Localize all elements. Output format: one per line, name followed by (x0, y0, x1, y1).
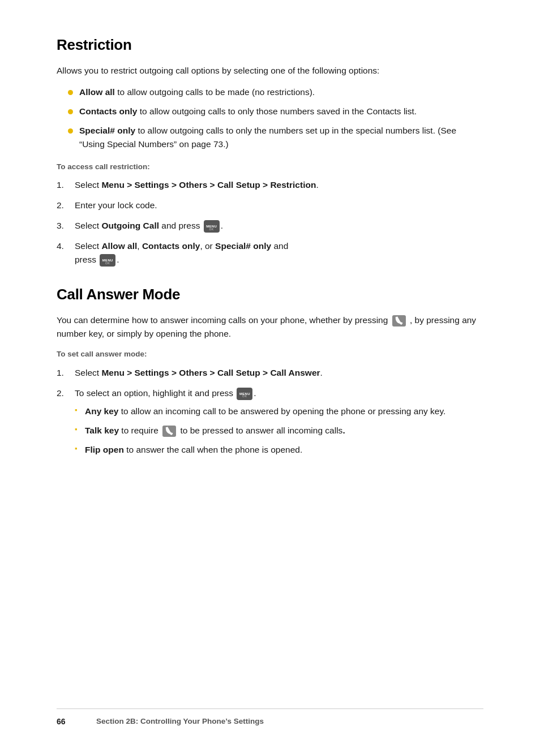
step-4-text: Select Allow all, Contacts only, or Spec… (75, 241, 288, 264)
bullet-allow-all-bold: Allow all (79, 87, 115, 97)
call-icon-intro (392, 315, 406, 327)
menu-ok-icon-step4 (100, 254, 115, 267)
sub-bullet-talk-key-bold: Talk key (85, 426, 119, 435)
ca-step-1-text: Select Menu > Settings > Others > Call S… (75, 368, 323, 377)
step-3-text: Select Outgoing Call and press . (75, 221, 223, 230)
restriction-step-2: 2. Enter your lock code. (57, 199, 483, 212)
ca-step-2-text: To select an option, highlight it and pr… (75, 388, 256, 398)
step-num-4: 4. (57, 239, 64, 253)
bullet-special-only-bold: Special# only (79, 126, 135, 135)
bullet-contacts-only-rest: to allow outgoing calls to only those nu… (140, 106, 417, 116)
restriction-steps: 1. Select Menu > Settings > Others > Cal… (57, 178, 483, 267)
sub-bullet-any-key-bold: Any key (85, 406, 118, 416)
restriction-access-label: To access call restriction: (57, 161, 483, 173)
ca-step-num-2: 2. (57, 386, 64, 400)
call-answer-mode-section: Call Answer Mode You can determine how t… (57, 284, 483, 456)
restriction-title: Restriction (57, 34, 483, 56)
footer-section-text: Section 2B: Controlling Your Phone’s Set… (96, 716, 264, 727)
bullet-allow-all: Allow all to allow outgoing calls to be … (68, 85, 483, 99)
call-answer-steps: 1. Select Menu > Settings > Others > Cal… (57, 366, 483, 457)
call-answer-step-1: 1. Select Menu > Settings > Others > Cal… (57, 366, 483, 380)
bullet-contacts-only: Contacts only to allow outgoing calls to… (68, 105, 483, 118)
restriction-step-1: 1. Select Menu > Settings > Others > Cal… (57, 178, 483, 192)
sub-bullet-flip-open-bold: Flip open (85, 445, 124, 454)
sub-bullet-talk-key: Talk key to require to be pressed to ans… (75, 424, 483, 437)
call-answer-access-label: To set call answer mode: (57, 349, 483, 360)
footer-page-number: 66 (57, 716, 74, 728)
call-icon-talk-key (162, 425, 177, 437)
sub-bullet-talk-key-text2: to be pressed to answer all incoming cal… (180, 426, 345, 435)
restriction-step-4: 4. Select Allow all, Contacts only, or S… (57, 239, 483, 267)
step-num-3: 3. (57, 219, 64, 233)
step-num-2: 2. (57, 199, 64, 212)
call-answer-mode-intro: You can determine how to answer incoming… (57, 313, 483, 341)
page: Restriction Allows you to restrict outgo… (0, 0, 540, 756)
restriction-intro: Allows you to restrict outgoing call opt… (57, 64, 483, 78)
sub-bullet-flip-open: Flip open to answer the call when the ph… (75, 443, 483, 457)
restriction-section: Restriction Allows you to restrict outgo… (57, 34, 483, 267)
call-answer-mode-title: Call Answer Mode (57, 284, 483, 306)
sub-bullet-talk-key-text1: to require (121, 426, 161, 435)
bullet-special-only-rest: to allow outgoing calls to only the numb… (79, 126, 456, 149)
step-num-1: 1. (57, 178, 64, 192)
step-1-text: Select Menu > Settings > Others > Call S… (75, 180, 319, 190)
sub-bullet-any-key: Any key to allow an incoming call to be … (75, 405, 483, 418)
restriction-step-3: 3. Select Outgoing Call and press . (57, 219, 483, 233)
ca-step-num-1: 1. (57, 366, 64, 380)
restriction-bullet-list: Allow all to allow outgoing calls to be … (68, 85, 483, 151)
menu-ok-icon-ca (237, 388, 252, 400)
call-answer-step-2: 2. To select an option, highlight it and… (57, 386, 483, 457)
footer: 66 Section 2B: Controlling Your Phone’s … (57, 708, 483, 728)
bullet-special-only: Special# only to allow outgoing calls to… (68, 124, 483, 151)
step-2-text: Enter your lock code. (75, 200, 157, 210)
sub-bullet-flip-open-rest: to answer the call when the phone is ope… (126, 445, 302, 454)
bullet-contacts-only-bold: Contacts only (79, 106, 137, 116)
bullet-allow-all-rest: to allow outgoing calls to be made (no r… (117, 87, 315, 97)
menu-ok-icon-step3 (204, 220, 220, 233)
call-answer-sub-bullets: Any key to allow an incoming call to be … (75, 405, 483, 457)
sub-bullet-any-key-rest: to allow an incoming call to be answered… (121, 406, 446, 416)
